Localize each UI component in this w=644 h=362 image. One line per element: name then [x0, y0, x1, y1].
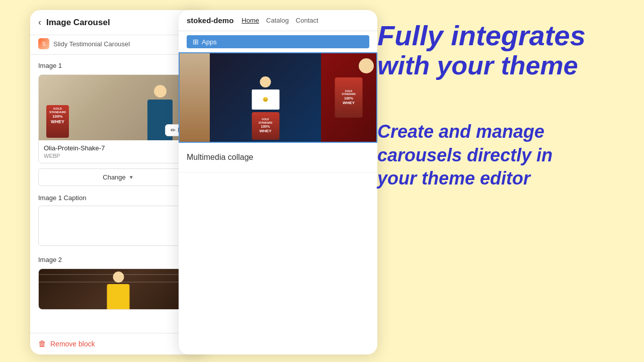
nav-home[interactable]: Home — [242, 17, 259, 24]
image1-preview: GOLD STANDARD 100% WHEY ✏ Edit — [39, 75, 198, 140]
image2-person — [105, 272, 132, 309]
multimedia-section: Multimedia collage — [179, 143, 377, 172]
headline-line1: Fully integrates — [377, 20, 624, 51]
right-can: GOLDSTANDARD100%WHEY — [335, 77, 363, 118]
carousel-img-left — [180, 53, 210, 142]
image1-filename: Olia-Protein-Shake-7 — [44, 144, 193, 152]
mobile-header-left: ‹ Image Carousel — [38, 17, 110, 28]
edit-pencil-icon: ✏ — [171, 127, 176, 134]
caption-input[interactable] — [38, 206, 198, 246]
image2-card — [38, 268, 198, 310]
image1-section-label: Image 1 — [38, 62, 198, 69]
image2-section-label: Image 2 — [38, 256, 198, 263]
protein-can: GOLD STANDARD 100% WHEY — [46, 105, 69, 138]
shelf-2 — [39, 282, 198, 283]
subtext-line2: carousels directly in — [377, 144, 624, 167]
shelf-1 — [39, 274, 198, 275]
store-nav: stoked-demo Home Catalog Contact — [179, 10, 377, 31]
subtext-line3: your theme editor — [377, 167, 624, 191]
image2-preview — [39, 269, 198, 309]
multimedia-title: Multimedia collage — [187, 153, 254, 161]
right-face — [359, 58, 374, 73]
image1-info: Olia-Protein-Shake-7 WEBP — [39, 140, 198, 163]
headline-line2: with your theme — [377, 51, 624, 80]
app-name-label: Slidy Testimonial Carousel — [53, 40, 130, 48]
carousel-preview-area: 😊 GOLDSTANDARD100%WHEY GOLDSTANDARD100%W… — [179, 52, 377, 354]
carousel-img-center: 😊 GOLDSTANDARD100%WHEY — [210, 53, 321, 142]
app-icon: S — [38, 38, 49, 49]
apps-grid-icon: ⊞ — [193, 38, 199, 46]
nav-contact[interactable]: Contact — [296, 17, 318, 24]
promo-text-block: Fully integrates with your theme Create … — [377, 20, 624, 191]
browser-panel: stoked-demo Home Catalog Contact ⊞ Apps … — [179, 10, 377, 354]
caption-label: Image 1 Caption — [38, 194, 198, 202]
carousel-images: 😊 GOLDSTANDARD100%WHEY GOLDSTANDARD100%W… — [179, 52, 377, 143]
store-name: stoked-demo — [187, 16, 233, 25]
subtext-line1: Create and manage — [377, 120, 624, 144]
carousel-center-content: 😊 GOLDSTANDARD100%WHEY — [247, 76, 284, 142]
image1-format: WEBP — [44, 153, 193, 159]
nav-links: Home Catalog Contact — [242, 17, 318, 24]
carousel-img-right: GOLDSTANDARD100%WHEY — [321, 53, 376, 142]
apps-tab[interactable]: ⊞ Apps — [187, 35, 369, 48]
change-image-button[interactable]: Change ▼ — [38, 168, 198, 186]
mobile-panel-title: Image Carousel — [46, 18, 110, 28]
trash-icon: 🗑 — [38, 339, 46, 348]
subtext-block: Create and manage carousels directly in … — [377, 120, 624, 191]
remove-block-button[interactable]: 🗑 Remove block — [38, 339, 95, 348]
chevron-down-icon: ▼ — [129, 174, 134, 180]
nav-catalog[interactable]: Catalog — [266, 17, 289, 24]
back-arrow-icon[interactable]: ‹ — [38, 17, 41, 28]
image1-card: GOLD STANDARD 100% WHEY ✏ Edit Olia-Prot… — [38, 74, 198, 163]
